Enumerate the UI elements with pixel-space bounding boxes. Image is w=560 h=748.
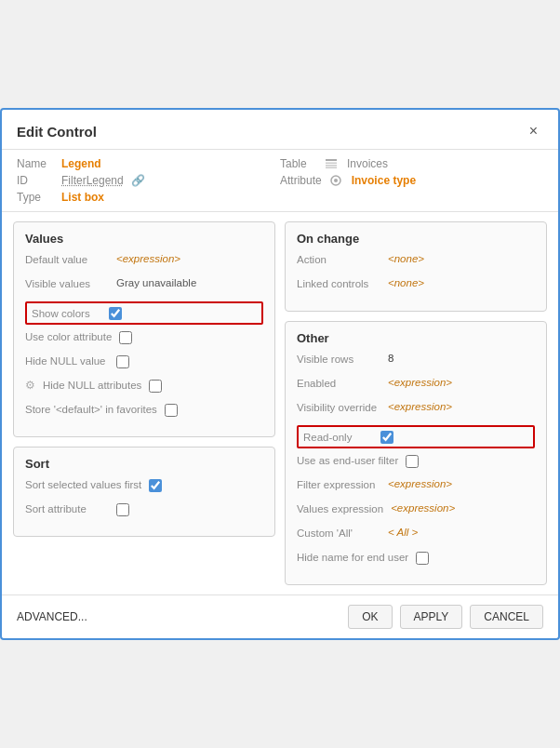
- action-label: Action: [297, 253, 380, 265]
- visible-rows-value: 8: [388, 353, 393, 364]
- show-colors-checkbox[interactable]: [109, 307, 122, 320]
- hide-null-value-checkbox-wrapper: [116, 354, 129, 368]
- advanced-button[interactable]: ADVANCED...: [17, 606, 87, 628]
- show-colors-row: Show colors: [25, 301, 263, 325]
- svg-rect-1: [326, 163, 337, 165]
- dialog-header: Edit Control ×: [2, 110, 558, 150]
- hide-null-attrs-checkbox-wrapper: [149, 379, 162, 393]
- id-label: ID: [17, 174, 54, 187]
- use-as-filter-checkbox-wrapper: [406, 454, 419, 468]
- name-value: Legend: [61, 157, 101, 170]
- attribute-label: Attribute: [280, 174, 322, 187]
- show-colors-checkbox-wrapper: [109, 306, 122, 320]
- default-value: <expression>: [116, 253, 180, 264]
- hide-null-attrs-checkbox[interactable]: [149, 380, 162, 393]
- use-as-filter-checkbox[interactable]: [406, 455, 419, 468]
- visibility-override-label: Visibility override: [297, 401, 380, 413]
- values-title: Values: [25, 232, 263, 246]
- visible-values-row: Visible values Gray unavailable: [25, 277, 263, 296]
- right-column: On change Action <none> Linked controls …: [285, 221, 547, 585]
- filter-expression-label: Filter expression: [297, 478, 380, 490]
- hide-null-value-checkbox[interactable]: [116, 355, 129, 368]
- readonly-checkbox[interactable]: [380, 431, 393, 444]
- type-row: Type List box: [17, 191, 280, 204]
- action-row: Action <none>: [297, 253, 535, 272]
- svg-rect-0: [326, 159, 337, 161]
- store-default-checkbox-wrapper: [165, 403, 178, 417]
- visible-values-value: Gray unavailable: [116, 277, 196, 288]
- store-default-label: Store '<default>' in favorites: [25, 403, 157, 415]
- id-row: ID FilterLegend 🔗: [17, 174, 280, 187]
- sort-selected-row: Sort selected values first: [25, 478, 263, 497]
- hide-null-attrs-row: ⚙ Hide NULL attributes: [25, 379, 263, 397]
- hide-null-value-label: Hide NULL value: [25, 354, 109, 367]
- linked-controls-row: Linked controls <none>: [297, 277, 535, 296]
- sort-selected-checkbox[interactable]: [149, 479, 162, 492]
- store-default-row: Store '<default>' in favorites: [25, 403, 263, 421]
- type-value: List box: [61, 191, 104, 204]
- sort-attribute-checkbox-wrapper: [116, 502, 129, 516]
- sort-selected-checkbox-wrapper: [149, 478, 162, 492]
- action-value: <none>: [388, 253, 424, 264]
- hide-null-value-row: Hide NULL value: [25, 354, 263, 373]
- linked-controls-value: <none>: [388, 277, 424, 288]
- values-expression-value: <expression>: [391, 502, 455, 514]
- dialog-title: Edit Control: [17, 124, 97, 140]
- values-expression-row: Values expression <expression>: [297, 502, 535, 521]
- values-expression-label: Values expression: [297, 502, 383, 514]
- hide-name-checkbox-wrapper: [416, 551, 429, 565]
- hide-name-row: Hide name for end user: [297, 551, 535, 569]
- ok-button[interactable]: OK: [348, 605, 392, 629]
- on-change-section: On change Action <none> Linked controls …: [285, 221, 547, 312]
- use-color-attr-row: Use color attribute: [25, 330, 263, 349]
- store-default-checkbox[interactable]: [165, 404, 178, 417]
- visibility-override-value: <expression>: [388, 401, 452, 412]
- custom-all-label: Custom 'All': [297, 527, 380, 539]
- readonly-checkbox-wrapper: [380, 430, 393, 444]
- svg-point-5: [334, 179, 338, 182]
- svg-rect-2: [326, 165, 337, 167]
- readonly-row: Read-only: [297, 425, 535, 448]
- readonly-label: Read-only: [303, 432, 373, 443]
- cancel-button[interactable]: CANCEL: [470, 605, 543, 629]
- other-section: Other Visible rows 8 Enabled <expression…: [285, 321, 547, 585]
- chain-icon[interactable]: 🔗: [131, 174, 145, 187]
- hide-name-checkbox[interactable]: [416, 552, 429, 565]
- filter-expression-row: Filter expression <expression>: [297, 478, 535, 497]
- use-as-filter-row: Use as end-user filter: [297, 454, 535, 473]
- gear-icon: ⚙: [25, 379, 35, 392]
- attribute-icon: [329, 175, 342, 186]
- sort-attribute-checkbox[interactable]: [116, 503, 129, 516]
- dialog-body: Values Default value <expression> Visibl…: [2, 212, 558, 594]
- hide-name-label: Hide name for end user: [297, 551, 408, 563]
- dialog-footer: ADVANCED... OK APPLY CANCEL: [2, 594, 558, 638]
- use-color-attr-checkbox-wrapper: [119, 330, 132, 344]
- table-row: Table Invoices: [280, 157, 543, 170]
- hide-null-attrs-label: Hide NULL attributes: [43, 379, 141, 391]
- default-value-label: Default value: [25, 253, 109, 265]
- name-label: Name: [17, 157, 54, 170]
- custom-all-value: < All >: [388, 527, 418, 538]
- footer-left: ADVANCED...: [17, 606, 87, 628]
- visible-rows-label: Visible rows: [297, 353, 380, 365]
- show-colors-label: Show colors: [32, 308, 101, 319]
- enabled-label: Enabled: [297, 377, 380, 389]
- values-section: Values Default value <expression> Visibl…: [13, 221, 275, 437]
- meta-left: Name Legend ID FilterLegend 🔗 Type List …: [17, 157, 280, 204]
- name-row: Name Legend: [17, 157, 280, 170]
- edit-control-dialog: Edit Control × Name Legend ID FilterLege…: [0, 108, 560, 640]
- visible-values-label: Visible values: [25, 277, 109, 289]
- table-value: Invoices: [347, 157, 388, 170]
- use-as-filter-label: Use as end-user filter: [297, 454, 398, 466]
- use-color-attr-checkbox[interactable]: [119, 331, 132, 344]
- attribute-row: Attribute Invoice type: [280, 174, 543, 187]
- attribute-value: Invoice type: [352, 174, 416, 187]
- svg-rect-3: [326, 167, 337, 169]
- enabled-row: Enabled <expression>: [297, 377, 535, 395]
- apply-button[interactable]: APPLY: [400, 605, 463, 629]
- close-button[interactable]: ×: [524, 121, 543, 141]
- footer-right: OK APPLY CANCEL: [348, 605, 543, 629]
- visibility-override-row: Visibility override <expression>: [297, 401, 535, 420]
- sort-attribute-row: Sort attribute: [25, 502, 263, 521]
- table-label: Table: [280, 157, 317, 170]
